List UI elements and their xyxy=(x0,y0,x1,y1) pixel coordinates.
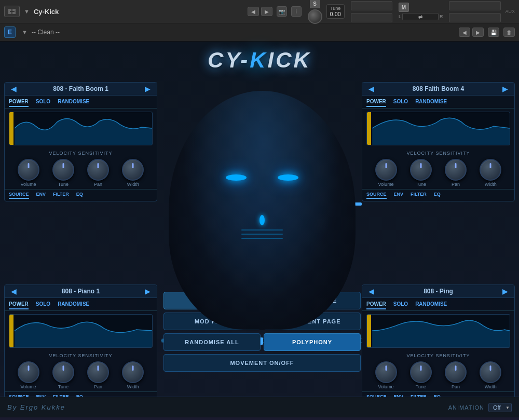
knob-group-tune-tr: Tune xyxy=(410,159,432,187)
instrument-body: CY-KICK ◀ 808 - Faith Boom 1 ▶ xyxy=(0,42,519,417)
tab-solo-br[interactable]: SOLO xyxy=(393,301,408,309)
preset-next-btn[interactable]: ▶ xyxy=(472,28,484,37)
preset-prev-btn[interactable]: ◀ xyxy=(459,28,470,37)
bottom-bar: By Ergo Kukke ANIMATION Off On xyxy=(0,397,519,417)
panel-top-right: ◀ 808 Faith Boom 4 ▶ POWER SOLO RANDOMIS… xyxy=(362,82,515,201)
animation-section: ANIMATION Off On xyxy=(448,402,512,412)
sub-tabs-tr: SOURCE ENV FILTER EQ xyxy=(362,189,514,201)
robot-line-3 xyxy=(241,238,283,239)
nav-prev-btn[interactable]: ◀ xyxy=(248,7,259,16)
tune-section: Tune 0.00 xyxy=(326,4,345,19)
panel-bottom-right-header: ◀ 808 - Ping ▶ xyxy=(362,285,514,298)
second-bar: E ▼ -- Clean -- ◀ ▶ 💾 🗑 xyxy=(0,23,519,42)
level-bar-2 xyxy=(351,13,392,22)
knob-tune-tr[interactable] xyxy=(410,159,432,181)
knob-width-tl[interactable] xyxy=(122,159,144,181)
subtab-source-tl[interactable]: SOURCE xyxy=(9,192,29,199)
knob-width-bl[interactable] xyxy=(122,361,144,383)
panel-bottom-right-prev[interactable]: ◀ xyxy=(366,287,376,295)
tune-value: 0.00 xyxy=(330,11,341,17)
s-button[interactable]: S xyxy=(310,0,320,8)
velocity-top-left: VELOCITY SENSITIVITY Volume Tune Pan Wid… xyxy=(5,148,157,189)
waveform-left-bar-tl xyxy=(9,112,13,145)
subtab-env-tr[interactable]: ENV xyxy=(394,192,404,199)
knob-label-width-tr: Width xyxy=(485,182,497,187)
subtab-source-tr[interactable]: SOURCE xyxy=(366,192,387,199)
credit-text: By Ergo Kukke xyxy=(7,403,448,411)
tab-power-bl[interactable]: POWER xyxy=(9,301,29,309)
knob-pan-bl[interactable] xyxy=(87,361,109,383)
knob-group-width-tl: Width xyxy=(122,159,144,187)
robot-eye-right xyxy=(278,174,298,181)
camera-icon[interactable]: 📷 xyxy=(277,6,287,17)
tune-knob[interactable] xyxy=(308,9,322,24)
tab-solo-tr[interactable]: SOLO xyxy=(393,99,408,107)
knobs-row-bl: Volume Tune Pan Width xyxy=(9,361,153,389)
knob-label-volume-tl: Volume xyxy=(21,182,36,187)
robot-line-1 xyxy=(241,229,283,231)
aux-label: AUX xyxy=(505,9,515,14)
panel-bottom-right-next[interactable]: ▶ xyxy=(500,287,510,295)
nav-next-btn[interactable]: ▶ xyxy=(261,7,272,16)
tune-label: Tune xyxy=(330,6,340,11)
knob-volume-br[interactable] xyxy=(375,361,397,383)
tab-power-br[interactable]: POWER xyxy=(366,301,386,309)
knob-pan-tr[interactable] xyxy=(445,159,467,181)
panel-top-left-prev[interactable]: ◀ xyxy=(9,85,19,93)
tab-randomise-bl[interactable]: RANDOMISE xyxy=(58,301,89,309)
knob-volume-tl[interactable] xyxy=(18,159,39,181)
knob-group-pan-tr: Pan xyxy=(445,159,467,187)
panel-bottom-right-title: 808 - Ping xyxy=(376,288,500,295)
e-button[interactable]: E xyxy=(4,26,16,38)
knob-tune-br[interactable] xyxy=(410,361,432,383)
knob-tune-bl[interactable] xyxy=(52,361,74,383)
tab-solo-bl[interactable]: SOLO xyxy=(36,301,50,309)
info-icon[interactable]: i xyxy=(291,6,302,17)
knob-label-width-tl: Width xyxy=(127,182,139,187)
knob-volume-tr[interactable] xyxy=(375,159,397,181)
knob-group-tune-br: Tune xyxy=(410,361,432,389)
preset-delete-btn[interactable]: 🗑 xyxy=(503,28,515,37)
velocity-bottom-right: VELOCITY SENSITIVITY Volume Tune Pan Wid… xyxy=(362,351,514,391)
panel-top-right-prev[interactable]: ◀ xyxy=(366,85,376,93)
panel-top-left: ◀ 808 - Faith Boom 1 ▶ POWER SOLO RANDOM… xyxy=(4,82,157,201)
subtab-env-tl[interactable]: ENV xyxy=(36,192,46,199)
tab-power-tr[interactable]: POWER xyxy=(366,99,386,107)
knob-group-pan-tl: Pan xyxy=(87,159,109,187)
movement-on-off-btn[interactable]: MOVEMENT ON/OFF xyxy=(163,354,361,372)
subtab-filter-tr[interactable]: FILTER xyxy=(411,192,427,199)
panel-top-left-title: 808 - Faith Boom 1 xyxy=(19,85,143,92)
subtab-eq-tl[interactable]: EQ xyxy=(76,192,83,199)
tab-solo-tl[interactable]: SOLO xyxy=(36,99,50,107)
velocity-bottom-left: VELOCITY SENSITIVITY Volume Tune Pan Wid… xyxy=(5,351,157,391)
knob-group-pan-br: Pan xyxy=(445,361,467,389)
animation-select[interactable]: Off On xyxy=(488,403,512,412)
knob-pan-br[interactable] xyxy=(445,361,467,383)
knob-label-pan-tl: Pan xyxy=(94,182,102,187)
knob-width-tr[interactable] xyxy=(480,159,501,181)
subtab-filter-tl[interactable]: FILTER xyxy=(53,192,69,199)
knob-width-br[interactable] xyxy=(480,361,501,383)
knob-tune-tl[interactable] xyxy=(52,159,74,181)
waveform-left-bar-tr xyxy=(367,112,371,145)
panel-bottom-left-prev[interactable]: ◀ xyxy=(9,287,19,295)
knob-group-tune-bl: Tune xyxy=(52,361,74,389)
tab-randomise-br[interactable]: RANDOMISE xyxy=(415,301,447,309)
tab-randomise-tl[interactable]: RANDOMISE xyxy=(58,99,89,107)
knob-volume-bl[interactable] xyxy=(18,361,39,383)
waveform-bottom-left xyxy=(9,314,153,348)
nav-controls: ◀ ▶ xyxy=(248,7,272,16)
m-button[interactable]: M xyxy=(399,3,409,12)
panel-top-left-next[interactable]: ▶ xyxy=(143,85,153,93)
waveform-svg-br xyxy=(367,315,510,347)
knob-label-volume-br: Volume xyxy=(378,384,394,389)
knob-pan-tl[interactable] xyxy=(87,159,109,181)
subtab-eq-tr[interactable]: EQ xyxy=(434,192,441,199)
waveform-top-right xyxy=(366,112,510,145)
waveform-bottom-right xyxy=(366,314,510,348)
panel-bottom-left-next[interactable]: ▶ xyxy=(143,287,153,295)
tab-power-tl[interactable]: POWER xyxy=(9,99,29,107)
tab-randomise-tr[interactable]: RANDOMISE xyxy=(415,99,447,107)
preset-save-btn[interactable]: 💾 xyxy=(488,28,499,37)
panel-top-right-next[interactable]: ▶ xyxy=(500,85,510,93)
